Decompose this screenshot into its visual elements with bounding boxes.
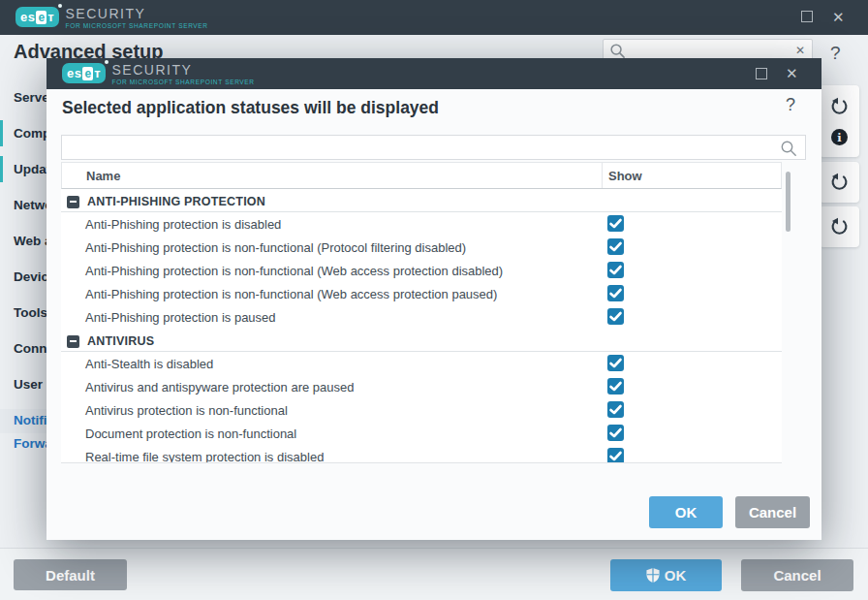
dialog-cancel-button[interactable]: Cancel (735, 496, 810, 528)
table-header: Name Show (61, 162, 782, 189)
collapse-icon[interactable] (67, 196, 79, 208)
show-checkbox[interactable] (607, 262, 624, 278)
show-checkbox[interactable] (607, 448, 624, 463)
status-name: Anti-Phishing protection is non-function… (85, 287, 497, 301)
eset-logo: eseт SECURITY FOR MICROSOFT SHAREPOINT S… (16, 7, 208, 29)
table-scrollbar[interactable] (786, 172, 790, 232)
search-icon (780, 140, 797, 161)
dialog-titlebar: eseт SECURITY FOR MICROSOFT SHAREPOINT S… (46, 58, 822, 89)
show-checkbox[interactable] (607, 401, 624, 418)
show-checkbox[interactable] (607, 308, 624, 325)
dialog-ok-button[interactable]: OK (649, 496, 723, 528)
info-badge: i (831, 129, 848, 145)
group-label: ANTIVIRUS (87, 334, 154, 348)
status-name: Antivirus protection is non-functional (85, 403, 288, 418)
default-button[interactable]: Default (14, 559, 127, 590)
close-icon[interactable]: ✕ (832, 10, 845, 24)
table-row: Anti-Phishing protection is non-function… (61, 236, 782, 259)
main-footer: Default OK Cancel (0, 548, 868, 600)
eset-logo-icon: eseт (16, 7, 59, 27)
product-edition: FOR MICROSOFT SHAREPOINT SERVER (66, 22, 208, 29)
column-header-name[interactable]: Name (62, 163, 603, 188)
sidebar-item-devic[interactable]: Devic (14, 269, 48, 284)
group-row-antivirus[interactable]: ANTIVIRUS (61, 332, 782, 352)
collapse-icon[interactable] (67, 335, 79, 348)
dialog-eset-logo-icon: eseт (62, 63, 106, 83)
sidebar-item-updat[interactable]: Updat (14, 162, 50, 176)
show-checkbox[interactable] (607, 425, 624, 441)
table-row: Anti-Phishing protection is disabled (61, 212, 782, 236)
dialog-search-input[interactable] (61, 135, 806, 160)
status-name: Anti-Stealth is disabled (85, 357, 213, 371)
status-name: Anti-Phishing protection is paused (85, 310, 276, 325)
status-name: Real-time file system protection is disa… (85, 450, 324, 464)
dialog-eset-logo: eseт SECURITY FOR MICROSOFT SHAREPOINT S… (62, 63, 255, 85)
show-checkbox[interactable] (607, 378, 624, 395)
product-name: SECURITY (66, 7, 208, 20)
group-row-anti-phishing-protection[interactable]: ANTI-PHISHING PROTECTION (61, 192, 782, 212)
main-titlebar: eseт SECURITY FOR MICROSOFT SHAREPOINT S… (0, 0, 868, 35)
dialog-close-icon[interactable]: ✕ (786, 66, 798, 80)
help-icon[interactable]: ? (830, 43, 841, 64)
registered-dot (105, 60, 108, 64)
sidebar-item-serve[interactable]: Serve (14, 90, 49, 105)
maximize-icon[interactable] (801, 11, 813, 22)
table-row: Anti-Stealth is disabled (61, 352, 782, 375)
status-name: Document protection is non-functional (85, 426, 296, 441)
sidebar-item-comp[interactable]: Comp (14, 126, 50, 141)
side-action-card (820, 162, 859, 203)
shield-icon (646, 568, 660, 583)
table-body: ANTI-PHISHING PROTECTIONAnti-Phishing pr… (61, 192, 782, 463)
show-checkbox[interactable] (607, 355, 624, 371)
modified-marker (0, 120, 3, 146)
show-checkbox[interactable] (607, 285, 624, 301)
column-header-show[interactable]: Show (603, 163, 781, 188)
status-name: Anti-Phishing protection is disabled (85, 217, 281, 232)
table-row: Real-time file system protection is disa… (61, 445, 782, 463)
side-action-card (820, 206, 859, 247)
sidebar-item-user-i[interactable]: User i (14, 377, 50, 392)
table-row: Antivirus and antispyware protection are… (61, 375, 782, 398)
sidebar-item-notifi[interactable]: Notifi (14, 413, 47, 427)
modified-marker (0, 156, 3, 182)
info-icon[interactable]: i (831, 129, 848, 145)
undo-icon[interactable] (829, 173, 850, 193)
dialog: eseт SECURITY FOR MICROSOFT SHAREPOINT S… (46, 58, 822, 540)
registered-dot (58, 4, 62, 8)
dialog-help-icon[interactable]: ? (786, 95, 795, 115)
search-clear-icon[interactable]: ✕ (795, 44, 805, 57)
table-row: Anti-Phishing protection is paused (61, 305, 782, 329)
group-label: ANTI-PHISHING PROTECTION (87, 195, 265, 208)
status-name: Antivirus and antispyware protection are… (85, 380, 355, 395)
table-row: Antivirus protection is non-functional (61, 398, 782, 422)
table-row: Document protection is non-functional (61, 422, 782, 445)
status-table: Name Show ANTI-PHISHING PROTECTIONAnti-P… (61, 162, 782, 463)
dialog-title: Selected application statuses will be di… (62, 98, 439, 118)
show-checkbox[interactable] (607, 238, 624, 255)
app-window: eseт SECURITY FOR MICROSOFT SHAREPOINT S… (0, 0, 868, 600)
table-row: Anti-Phishing protection is non-function… (61, 282, 782, 305)
ok-button[interactable]: OK (610, 559, 722, 591)
product-name: SECURITY (112, 63, 255, 77)
cancel-button[interactable]: Cancel (741, 559, 853, 591)
undo-icon[interactable] (829, 217, 850, 237)
sidebar-item-conn[interactable]: Conn (14, 341, 47, 356)
sidebar-item-tools[interactable]: Tools (14, 305, 47, 320)
show-checkbox[interactable] (607, 215, 624, 232)
ok-button-label: OK (665, 567, 687, 584)
undo-icon[interactable] (829, 97, 850, 117)
status-name: Anti-Phishing protection is non-function… (85, 240, 466, 255)
table-row: Anti-Phishing protection is non-function… (61, 259, 782, 282)
product-edition: FOR MICROSOFT SHAREPOINT SERVER (112, 79, 255, 85)
status-name: Anti-Phishing protection is non-function… (85, 264, 503, 278)
dialog-maximize-icon[interactable] (756, 68, 767, 79)
side-action-card: i (820, 85, 859, 157)
